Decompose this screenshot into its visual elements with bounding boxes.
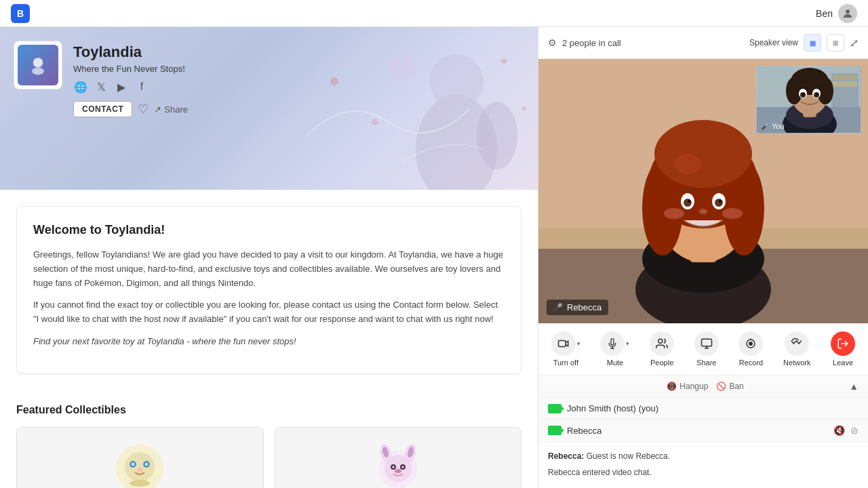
speaker-view-label: Speaker view xyxy=(749,38,798,47)
mute-chevron[interactable]: ▾ xyxy=(626,340,629,347)
featured-grid xyxy=(16,427,521,488)
record-icon xyxy=(738,331,763,356)
participant-block-icon[interactable]: ⊘ xyxy=(850,425,859,436)
hangup-action[interactable]: 📵 Hangup xyxy=(667,382,708,391)
pip-participant-name: You xyxy=(772,122,785,130)
share-icon: ↗ xyxy=(154,104,161,115)
welcome-para1: Greetings, fellow Toylandians! We are gl… xyxy=(33,248,505,290)
participant-rebecca-name: Rebecca xyxy=(567,426,601,436)
company-actions: CONTACT ♡ ↗ Share xyxy=(73,101,188,117)
ban-icon: 🚫 xyxy=(716,382,726,391)
main-container: Toylandia Where the Fun Never Stops! 🌐 𝕏… xyxy=(0,27,868,488)
ban-label: Ban xyxy=(729,382,743,391)
network-button[interactable]: Network xyxy=(778,329,816,369)
welcome-para3: Find your next favorite toy at Toylandia… xyxy=(33,335,505,349)
toy2-svg xyxy=(371,441,425,488)
participant-mute-icon[interactable]: 🔇 xyxy=(833,425,845,436)
share-button[interactable]: Share xyxy=(689,329,724,369)
expand-button[interactable]: ⤢ xyxy=(850,37,859,49)
svg-point-72 xyxy=(658,339,663,343)
website-icon[interactable]: 🌐 xyxy=(73,79,88,94)
participant-john-left: John Smith (host) (you) xyxy=(548,403,658,413)
svg-point-16 xyxy=(145,463,148,466)
featured-item-2[interactable] xyxy=(275,427,522,488)
camera-chevron[interactable]: ▾ xyxy=(577,340,580,347)
participant-actions: 📵 Hangup 🚫 Ban xyxy=(667,382,743,391)
participant-rebecca-left: Rebecca xyxy=(548,426,601,436)
logo-area: B xyxy=(11,4,30,23)
svg-point-28 xyxy=(401,466,403,468)
svg-point-46 xyxy=(688,200,690,203)
user-avatar[interactable] xyxy=(838,4,857,23)
svg-point-50 xyxy=(699,209,707,214)
hero-banner: Toylandia Where the Fun Never Stops! 🌐 𝕏… xyxy=(0,27,538,190)
chat-message-1: Rebecca: Guest is now Rebecca. xyxy=(548,450,859,462)
participants-panel: 📵 Hangup 🚫 Ban ▲ John Smith (host) (you) xyxy=(538,375,868,442)
people-button[interactable]: People xyxy=(644,329,679,369)
record-button[interactable]: Record xyxy=(733,329,768,369)
svg-rect-73 xyxy=(701,339,711,346)
people-label: People xyxy=(650,359,673,367)
people-count: 2 people in call xyxy=(562,38,621,48)
social-icons: 🌐 𝕏 ▶ f xyxy=(73,79,188,94)
svg-point-8 xyxy=(501,58,507,64)
ban-action[interactable]: 🚫 Ban xyxy=(716,382,743,391)
mute-button[interactable]: ▾ Mute xyxy=(595,329,635,369)
svg-point-18 xyxy=(130,480,150,487)
turn-off-label: Turn off xyxy=(553,359,578,367)
like-button[interactable]: ♡ xyxy=(138,102,149,117)
svg-point-47 xyxy=(719,200,722,203)
featured-item-1-image xyxy=(17,428,263,488)
svg-point-0 xyxy=(846,9,850,14)
share-button[interactable]: ↗ Share xyxy=(154,104,188,115)
youtube-icon[interactable]: ▶ xyxy=(114,79,129,94)
twitter-icon[interactable]: 𝕏 xyxy=(94,79,108,94)
svg-rect-55 xyxy=(833,81,857,87)
main-participant-name: Rebecca xyxy=(567,302,601,312)
content-section: Welcome to Toylandia! Greetings, fellow … xyxy=(0,190,538,404)
chat-text-1: Guest is now Rebecca. xyxy=(587,451,670,461)
settings-icon[interactable]: ⚙ xyxy=(548,37,557,48)
svg-point-29 xyxy=(395,469,401,473)
participant-row-john: John Smith (host) (you) xyxy=(538,397,868,419)
share-label: Share xyxy=(696,359,716,367)
pip-name-tag: 🎤 You xyxy=(761,122,785,130)
facebook-icon[interactable]: f xyxy=(134,79,149,94)
svg-point-41 xyxy=(674,154,701,174)
mic-on-icon: 🎤 xyxy=(553,303,563,312)
collapse-button[interactable]: ▲ xyxy=(849,381,859,392)
company-info: Toylandia Where the Fun Never Stops! 🌐 𝕏… xyxy=(73,41,188,117)
svg-point-2 xyxy=(32,68,44,75)
turn-off-button[interactable]: ▾ Turn off xyxy=(546,329,586,369)
network-icon xyxy=(785,331,809,356)
svg-point-67 xyxy=(803,94,805,96)
record-label: Record xyxy=(739,359,763,367)
svg-point-45 xyxy=(715,199,723,207)
welcome-para2: If you cannot find the exact toy or coll… xyxy=(33,298,505,327)
svg-point-48 xyxy=(664,208,684,219)
chat-text-2: Rebecca entered video chat. xyxy=(548,468,652,477)
grid-view-btn[interactable]: ⊞ xyxy=(827,34,844,52)
chat-message-2: Rebecca entered video chat. xyxy=(548,466,859,479)
participant-rebecca-controls: 🔇 ⊘ xyxy=(833,425,859,436)
company-tagline: Where the Fun Never Stops! xyxy=(73,64,188,74)
svg-point-44 xyxy=(684,199,692,207)
person-icon xyxy=(842,7,854,20)
svg-point-5 xyxy=(477,102,517,169)
svg-point-7 xyxy=(330,77,338,85)
contact-button[interactable]: CONTACT xyxy=(73,101,132,117)
welcome-card: Welcome to Toylandia! Greetings, fellow … xyxy=(16,206,521,374)
featured-item-1[interactable] xyxy=(16,427,264,488)
pip-video-you[interactable]: 🎤 You xyxy=(756,66,861,134)
svg-point-4 xyxy=(429,54,484,108)
featured-title: Featured Collectibles xyxy=(16,404,521,416)
svg-point-49 xyxy=(722,208,743,219)
left-panel: Toylandia Where the Fun Never Stops! 🌐 𝕏… xyxy=(0,27,538,488)
participant-john-indicator xyxy=(548,404,561,413)
camera-icon xyxy=(551,331,576,356)
pip-mic-icon: 🎤 xyxy=(761,123,769,130)
grid-view-active-btn[interactable]: ▦ xyxy=(804,34,821,52)
leave-button[interactable]: Leave xyxy=(825,329,861,369)
share-icon xyxy=(694,331,719,356)
participant-rebecca-indicator xyxy=(548,426,561,435)
